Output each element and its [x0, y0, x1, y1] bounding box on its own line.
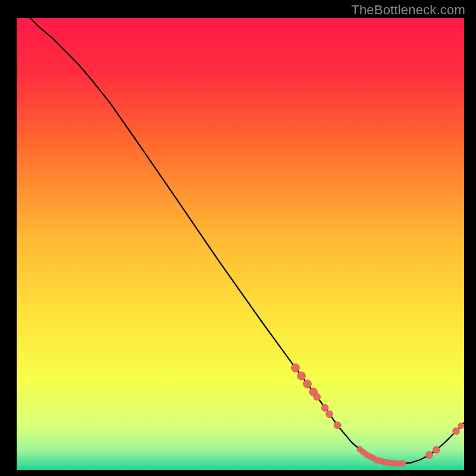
gradient-background — [17, 18, 464, 470]
data-point — [400, 461, 406, 466]
data-point — [458, 423, 464, 429]
data-point — [453, 428, 460, 435]
data-point — [433, 446, 440, 453]
data-point — [334, 422, 341, 429]
data-point — [298, 372, 306, 380]
data-point — [425, 452, 433, 459]
data-point — [321, 404, 328, 411]
watermark-text: TheBottleneck.com — [351, 2, 465, 18]
data-point — [303, 380, 312, 388]
data-point — [314, 393, 321, 400]
bottleneck-chart — [0, 0, 476, 476]
data-point — [292, 364, 300, 372]
data-point — [326, 411, 333, 418]
